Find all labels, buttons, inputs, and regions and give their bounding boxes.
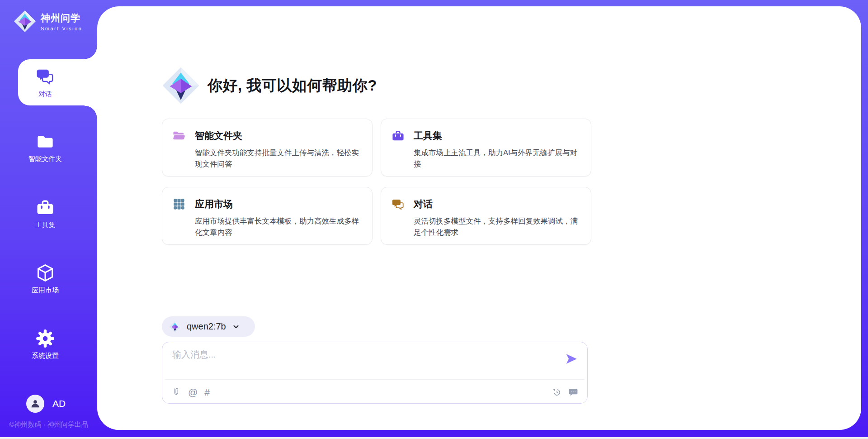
gear-icon — [36, 329, 55, 348]
avatar — [26, 395, 44, 413]
paperclip-icon — [171, 387, 181, 397]
cube-icon — [35, 263, 55, 283]
brand-diamond-icon — [169, 321, 181, 333]
card-toolbox[interactable]: 工具集 集成市场上主流工具，助力AI与外界无缝扩展与对接 — [381, 119, 591, 177]
model-selector-value: qwen2:7b — [187, 321, 226, 332]
tab-fillet-bottom — [85, 105, 97, 118]
card-description: 智能文件夹功能支持批量文件上传与清洗，轻松实现文件问答 — [195, 147, 361, 170]
brand: 神州问学 Smart Vision — [14, 10, 82, 33]
card-description: 灵活切换多模型文件，支持多样回复效果调试，满足个性化需求 — [414, 215, 580, 238]
card-description: 应用市场提供丰富长文本模板，助力高效生成多样化文章内容 — [195, 215, 361, 238]
card-app-market[interactable]: 应用市场 应用市场提供丰富长文本模板，助力高效生成多样化文章内容 — [162, 187, 373, 245]
user-avatar-icon — [29, 398, 41, 410]
open-folder-icon — [172, 129, 186, 143]
card-title: 应用市场 — [195, 198, 233, 210]
card-smart-folder[interactable]: 智能文件夹 智能文件夹功能支持批量文件上传与清洗，轻松实现文件问答 — [162, 119, 373, 177]
sidebar-item-label: 应用市场 — [32, 286, 59, 295]
user-name: AD — [52, 398, 66, 409]
brand-diamond-icon — [162, 67, 200, 105]
new-chat-button[interactable] — [568, 387, 578, 398]
sidebar-item-settings[interactable]: 系统设置 — [0, 329, 90, 360]
card-title: 智能文件夹 — [195, 129, 242, 142]
card-chat[interactable]: 对话 灵活切换多模型文件，支持多样回复效果调试，满足个性化需求 — [381, 187, 591, 245]
sidebar-item-label: 智能文件夹 — [28, 155, 62, 163]
feature-cards: 智能文件夹 智能文件夹功能支持批量文件上传与清洗，轻松实现文件问答 工具集 集成… — [162, 119, 591, 245]
card-title: 工具集 — [414, 129, 442, 142]
user-account[interactable]: AD — [26, 395, 66, 413]
hash-icon: # — [204, 387, 210, 398]
content-column: 你好, 我可以如何帮助你? 智能文件夹 智能文件夹功能支持批量文件上传与清洗，轻… — [162, 0, 591, 439]
sidebar-item-chat[interactable]: 对话 — [18, 59, 97, 105]
at-icon: @ — [188, 387, 198, 398]
brand-subtitle: Smart Vision — [41, 26, 82, 31]
grid-icon — [172, 197, 186, 211]
history-button[interactable] — [552, 387, 562, 398]
message-input[interactable] — [172, 348, 552, 376]
chat-icon — [36, 67, 55, 86]
history-icon — [552, 387, 562, 397]
sidebar-item-label: 工具集 — [35, 221, 56, 229]
send-button[interactable] — [565, 352, 578, 366]
sidebar-item-toolbox[interactable]: 工具集 — [0, 198, 90, 229]
greeting-title: 你好, 我可以如何帮助你? — [208, 76, 377, 96]
sidebar-footer: ©神州数码 · 神州问学出品 — [0, 420, 97, 429]
card-description: 集成市场上主流工具，助力AI与外界无缝扩展与对接 — [414, 147, 580, 170]
greeting-block: 你好, 我可以如何帮助你? — [162, 67, 377, 105]
attach-file-button[interactable] — [171, 387, 181, 398]
tab-fillet-top — [85, 47, 97, 59]
message-icon — [568, 387, 578, 397]
folder-icon — [36, 132, 55, 152]
model-selector[interactable]: qwen2:7b — [162, 316, 255, 337]
brand-name: 神州问学 — [41, 12, 82, 24]
sidebar: 神州问学 Smart Vision 对话 智能文件夹 工具集 应用市场 — [0, 0, 97, 437]
card-title: 对话 — [414, 198, 433, 210]
composer-divider — [165, 379, 585, 380]
composer-toolbar: @ # — [171, 385, 578, 400]
briefcase-icon — [391, 129, 405, 143]
sidebar-item-smart-folder[interactable]: 智能文件夹 — [0, 132, 90, 163]
chevron-down-icon — [232, 323, 240, 331]
mention-button[interactable]: @ — [188, 387, 198, 398]
toolbox-icon — [36, 198, 55, 218]
window-bottom-edge — [0, 437, 868, 439]
chat-icon — [391, 197, 405, 211]
sidebar-item-label: 系统设置 — [32, 352, 59, 360]
brand-diamond-icon — [14, 10, 36, 33]
send-icon — [565, 352, 578, 366]
topic-button[interactable]: # — [204, 387, 210, 398]
sidebar-item-label: 对话 — [38, 90, 52, 99]
message-composer: @ # — [162, 342, 588, 404]
sidebar-item-app-market[interactable]: 应用市场 — [0, 263, 90, 295]
